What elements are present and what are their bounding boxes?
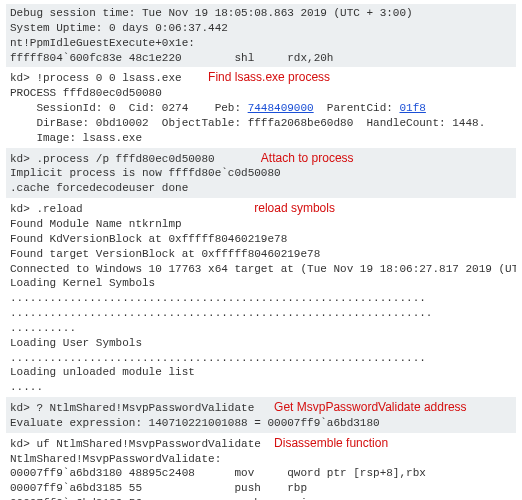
line: ParentCid: [314, 102, 400, 114]
cmd: kd> .process /p fffd80ec0d50080 [10, 153, 261, 165]
line: .......... [10, 322, 76, 334]
line: ........................................… [10, 307, 432, 319]
line: DirBase: 0bd10002 ObjectTable: ffffa2068… [10, 117, 485, 129]
cmd: kd> ? NtlmShared!MsvpPasswordValidate [10, 402, 274, 414]
line: ..... [10, 381, 43, 393]
line: fffff804`600fc83e 48c1e220 shl rdx,20h [10, 52, 333, 64]
find-process-block: kd> !process 0 0 lsass.exe Find lsass.ex… [6, 67, 516, 147]
reload-block: kd> .reload reload symbols Found Module … [6, 198, 516, 397]
annotation-dis: Disassemble function [274, 436, 388, 450]
line: System Uptime: 0 days 0:06:37.442 [10, 22, 228, 34]
attach-block: kd> .process /p fffd80ec0d50080 Attach t… [6, 148, 516, 199]
line: Connected to Windows 10 17763 x64 target… [10, 263, 516, 275]
line: NtlmShared!MsvpPasswordValidate: [10, 453, 221, 465]
session-header: Debug session time: Tue Nov 19 18:05:08.… [6, 4, 516, 67]
line: Implicit process is now ffffd80e`c0d5008… [10, 167, 281, 179]
line: Found Module Name ntkrnlmp [10, 218, 182, 230]
line: 00007ff9`a6bd3185 55 push rbp [10, 482, 307, 494]
cmd: kd> !process 0 0 lsass.exe [10, 72, 208, 84]
annotation-getaddr: Get MsvpPasswordValidate address [274, 400, 467, 414]
line: SessionId: 0 Cid: 0274 Peb: [10, 102, 248, 114]
line: Loading unloaded module list [10, 366, 195, 378]
disasm-block: kd> uf NtlmShared!MsvpPasswordValidate D… [6, 433, 516, 500]
line: Debug session time: Tue Nov 19 18:05:08.… [10, 7, 413, 19]
line: Image: lsass.exe [10, 132, 142, 144]
annotation-attach: Attach to process [261, 151, 354, 165]
line: ........................................… [10, 292, 426, 304]
annotation-reload: reload symbols [254, 201, 335, 215]
cmd: kd> uf NtlmShared!MsvpPasswordValidate [10, 438, 274, 450]
line: Loading Kernel Symbols [10, 277, 155, 289]
line: nt!PpmIdleGuestExecute+0x1e: [10, 37, 195, 49]
cmd: kd> .reload [10, 203, 254, 215]
peb-link[interactable]: 7448409000 [248, 102, 314, 114]
line: 00007ff9`a6bd3180 48895c2408 mov qword p… [10, 467, 426, 479]
parentcid-link[interactable]: 01f8 [399, 102, 425, 114]
line: Found KdVersionBlock at 0xfffff80460219e… [10, 233, 287, 245]
line: Found target VersionBlock at 0xfffff8046… [10, 248, 320, 260]
eval-block: kd> ? NtlmShared!MsvpPasswordValidate Ge… [6, 397, 516, 433]
debug-console: Debug session time: Tue Nov 19 18:05:08.… [0, 0, 522, 500]
annotation-find: Find lsass.exe process [208, 70, 330, 84]
line: PROCESS fffd80ec0d50080 [10, 87, 162, 99]
line: Loading User Symbols [10, 337, 142, 349]
line: .cache forcedecodeuser done [10, 182, 188, 194]
line: Evaluate expression: 140710221001088 = 0… [10, 417, 380, 429]
line: ........................................… [10, 352, 426, 364]
